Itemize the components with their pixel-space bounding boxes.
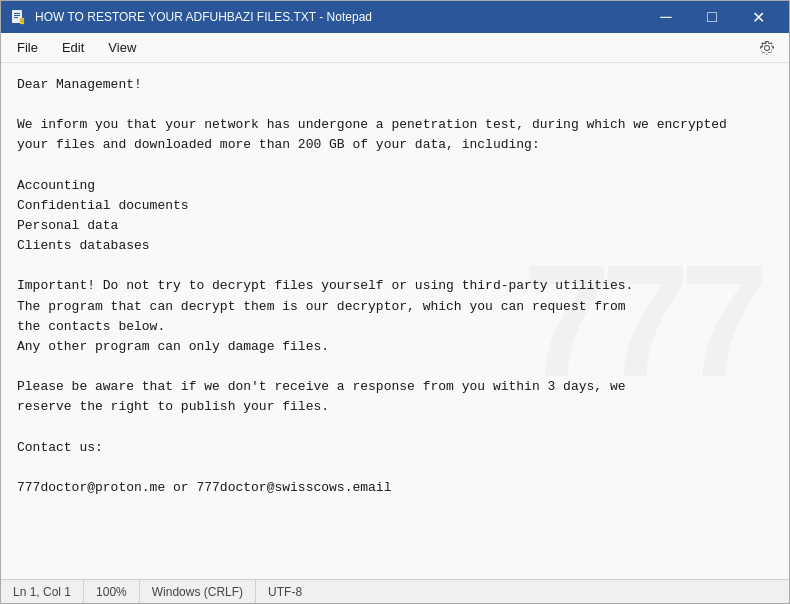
status-position: Ln 1, Col 1 xyxy=(1,580,84,603)
maximize-button[interactable]: □ xyxy=(689,1,735,33)
close-button[interactable]: ✕ xyxy=(735,1,781,33)
svg-rect-3 xyxy=(14,17,18,18)
app-icon xyxy=(9,8,27,26)
gear-icon xyxy=(759,40,775,56)
notepad-window: HOW TO RESTORE YOUR ADFUHBAZI FILES.TXT … xyxy=(0,0,790,604)
menu-edit[interactable]: Edit xyxy=(50,36,96,59)
settings-button[interactable] xyxy=(753,34,781,62)
menu-view[interactable]: View xyxy=(96,36,148,59)
menu-bar: File Edit View xyxy=(1,33,789,63)
menu-file[interactable]: File xyxy=(5,36,50,59)
status-encoding: UTF-8 xyxy=(256,580,314,603)
window-title: HOW TO RESTORE YOUR ADFUHBAZI FILES.TXT … xyxy=(35,10,643,24)
svg-rect-2 xyxy=(14,15,20,16)
svg-rect-4 xyxy=(20,18,24,24)
svg-rect-1 xyxy=(14,13,20,14)
content-area: 777 Dear Management! We inform you that … xyxy=(1,63,789,579)
status-line-ending: Windows (CRLF) xyxy=(140,580,256,603)
title-bar: HOW TO RESTORE YOUR ADFUHBAZI FILES.TXT … xyxy=(1,1,789,33)
document-text[interactable]: Dear Management! We inform you that your… xyxy=(1,63,789,579)
minimize-button[interactable]: ─ xyxy=(643,1,689,33)
status-zoom: 100% xyxy=(84,580,140,603)
status-bar: Ln 1, Col 1 100% Windows (CRLF) UTF-8 xyxy=(1,579,789,603)
window-controls: ─ □ ✕ xyxy=(643,1,781,33)
